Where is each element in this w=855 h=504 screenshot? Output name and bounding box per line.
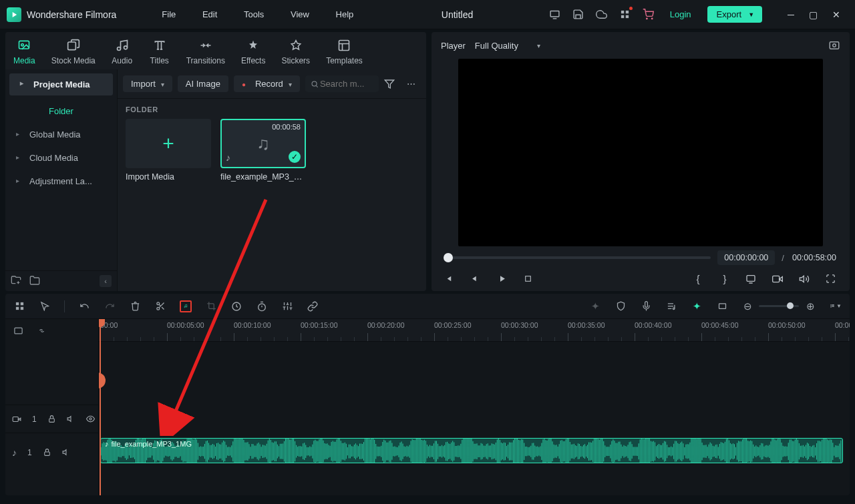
timeline-tracks[interactable]: 00:0000:00:05:0000:00:10:0000:00:15:0000… [99, 319, 850, 495]
prev-frame-icon[interactable] [444, 274, 456, 284]
sidebar-project-media[interactable]: Project Media [9, 73, 113, 95]
filter-icon[interactable] [384, 79, 399, 89]
cart-icon[interactable] [643, 9, 654, 20]
camera-icon[interactable] [772, 274, 784, 284]
visibility-icon[interactable] [86, 415, 95, 423]
tab-effects[interactable]: Effects [233, 36, 273, 69]
collapse-sidebar-button[interactable]: ‹ [100, 275, 112, 287]
stop-icon[interactable] [524, 274, 536, 283]
audio-track-header[interactable]: ♪ 1 [5, 433, 98, 471]
video-preview[interactable] [458, 59, 823, 246]
svg-rect-21 [15, 307, 18, 310]
tl-speed-icon[interactable] [230, 300, 242, 312]
plus-icon: + [162, 132, 174, 155]
folder-icon[interactable] [29, 275, 41, 287]
tl-view-icon[interactable]: ▼ [830, 300, 842, 312]
tl-grid-icon[interactable] [13, 300, 25, 312]
search-icon [311, 79, 319, 89]
tl-add-track-icon[interactable] [13, 326, 23, 336]
sidebar-global-media[interactable]: Global Media [5, 123, 117, 146]
titlebar: Wondershare Filmora File Edit Tools View… [0, 0, 855, 29]
zoom-out-icon[interactable]: ⊖ [741, 300, 753, 312]
volume-icon[interactable] [799, 274, 811, 284]
cloud-icon[interactable] [596, 9, 607, 20]
tl-link-icon[interactable] [307, 300, 319, 312]
svg-rect-9 [67, 42, 75, 50]
import-button[interactable]: Import [123, 75, 172, 92]
play-icon[interactable] [497, 274, 509, 284]
svg-line-27 [159, 304, 160, 306]
tl-delete-icon[interactable] [129, 300, 141, 312]
display-icon[interactable] [745, 274, 757, 284]
tl-music-list-icon[interactable] [665, 300, 677, 312]
media-thumb-file[interactable]: ♫ 00:00:58 ♪ ✓ file_example_MP3_1MG [220, 119, 306, 182]
new-folder-icon[interactable] [11, 275, 23, 287]
tl-sparkle-icon[interactable]: ✦ [589, 300, 601, 312]
save-icon[interactable] [572, 9, 584, 20]
timeline-zoom[interactable]: ⊖ ⊕ [741, 300, 816, 312]
quality-dropdown[interactable]: Full Quality [475, 41, 540, 51]
close-button[interactable]: ✕ [832, 9, 840, 20]
step-back-icon[interactable] [470, 274, 482, 284]
search-input[interactable] [319, 78, 373, 89]
mute-icon[interactable] [62, 448, 71, 457]
device-icon[interactable] [549, 9, 560, 20]
tab-stickers[interactable]: Stickers [273, 36, 318, 69]
snapshot-icon[interactable] [828, 39, 840, 51]
sidebar-folder[interactable]: Folder [5, 99, 117, 123]
menu-help[interactable]: Help [336, 9, 354, 19]
svg-point-24 [156, 307, 159, 310]
menu-edit[interactable]: Edit [202, 9, 217, 19]
mute-icon[interactable] [67, 415, 75, 423]
tl-magnet-icon[interactable]: ✦ [691, 300, 703, 312]
tl-undo-icon[interactable] [78, 300, 90, 312]
sidebar-adjustment-layers[interactable]: Adjustment La... [5, 170, 117, 193]
zoom-in-icon[interactable]: ⊕ [804, 300, 816, 312]
tab-templates[interactable]: Templates [318, 36, 371, 69]
tl-cut-icon[interactable] [154, 300, 166, 312]
audio-track-icon: ♪ [12, 447, 17, 458]
tab-transitions[interactable]: Transitions [178, 36, 233, 69]
svg-rect-50 [49, 419, 54, 422]
tab-titles[interactable]: Titles [141, 36, 178, 69]
tl-shield-icon[interactable] [615, 300, 627, 312]
lock-icon[interactable] [47, 415, 56, 423]
ai-image-button[interactable]: AI Image [178, 75, 228, 92]
player-scrubber[interactable] [444, 256, 711, 259]
tl-adjust-icon[interactable] [281, 300, 293, 312]
fullscreen-icon[interactable] [826, 274, 838, 284]
menu-tools[interactable]: Tools [244, 9, 264, 19]
tab-stock-media[interactable]: Stock Media [43, 36, 104, 69]
tl-frame-icon[interactable] [716, 300, 728, 312]
export-button[interactable]: Export▼ [707, 6, 763, 23]
timeline-playhead[interactable] [100, 319, 101, 495]
tab-audio[interactable]: Audio [104, 36, 141, 69]
more-icon[interactable]: ⋯ [404, 79, 419, 89]
tl-timer-icon[interactable] [256, 300, 268, 312]
svg-point-41 [673, 308, 675, 310]
tl-mic-icon[interactable] [640, 300, 652, 312]
mark-in-icon[interactable]: { [692, 273, 704, 284]
timeline-ruler[interactable]: 00:0000:00:05:0000:00:10:0000:00:15:0000… [99, 319, 850, 342]
lock-icon[interactable] [43, 448, 51, 457]
record-button[interactable]: Record [234, 75, 300, 92]
audio-clip[interactable]: ♪file_example_MP3_1MG [100, 438, 843, 463]
tl-redo-icon[interactable] [104, 300, 116, 312]
menu-file[interactable]: File [162, 9, 176, 19]
import-media-tile[interactable]: + Import Media [126, 119, 211, 182]
search-media[interactable] [305, 75, 379, 92]
mark-out-icon[interactable]: } [719, 273, 731, 284]
tab-media[interactable]: Media [5, 36, 43, 69]
video-track-header[interactable]: 1 [5, 405, 98, 433]
menu-view[interactable]: View [291, 9, 309, 19]
minimize-button[interactable]: ─ [788, 9, 794, 20]
sidebar-cloud-media[interactable]: Cloud Media [5, 146, 117, 170]
tl-unlink-icon[interactable] [37, 326, 47, 336]
tl-audio-edit-icon[interactable] [180, 300, 192, 312]
login-button[interactable]: Login [666, 8, 695, 21]
tl-crop-icon[interactable] [205, 300, 217, 312]
tl-cursor-icon[interactable] [39, 300, 51, 312]
svg-rect-1 [621, 11, 624, 13]
apps-icon[interactable] [619, 9, 631, 20]
maximize-button[interactable]: ▢ [809, 9, 818, 20]
